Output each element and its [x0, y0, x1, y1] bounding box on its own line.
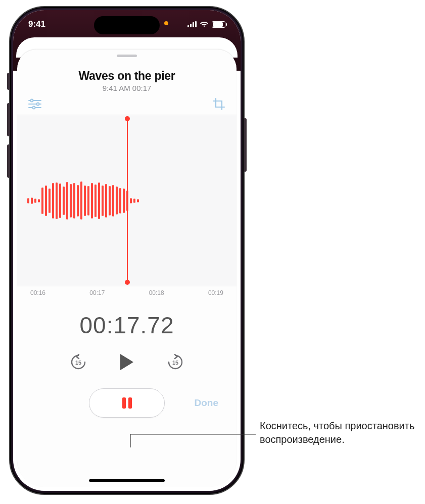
callout-leader-line [0, 0, 425, 504]
